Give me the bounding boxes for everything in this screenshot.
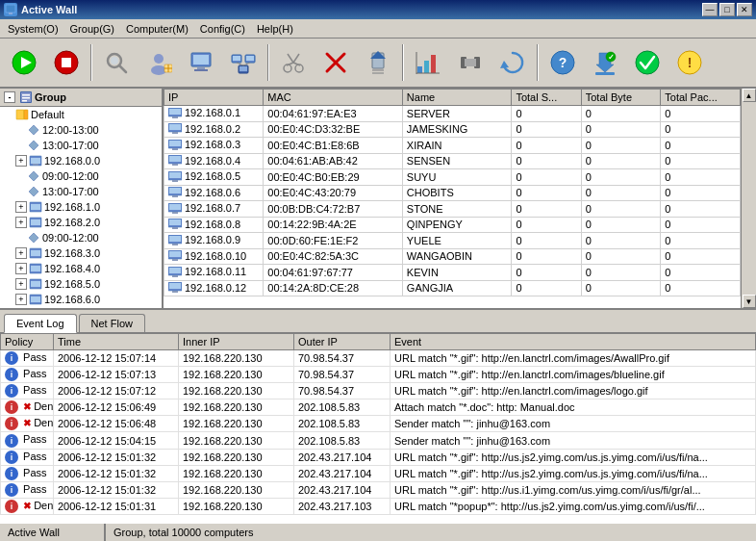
play-button[interactable] [4,42,44,83]
refresh-button[interactable] [492,42,533,83]
tree-label-09-12: 09:00-12:00 [42,170,99,182]
log-col-inner[interactable]: Inner IP [179,334,294,350]
log-row[interactable]: i Pass 2006-12-12 15:04:15 192.168.220.1… [1,432,756,449]
minimize-button[interactable]: — [702,3,718,16]
svg-rect-78 [31,266,40,271]
menu-group[interactable]: Group(G) [64,21,120,37]
computer-table-scroll[interactable]: IP MAC Name Total S... Total Byte Total … [164,89,741,308]
tree-node-192-168-4[interactable]: + 192.168.4.0 [0,261,162,276]
menu-computer[interactable]: Computer(M) [120,21,194,37]
tree-node-192-168-0[interactable]: + 192.168.0.0 [0,153,162,168]
log-row[interactable]: i ✖ Deny 2006-12-12 15:06:49 192.168.220… [1,399,756,416]
cell-event: Sender match "": jinhu@163.com [391,416,756,432]
scrollbar-down[interactable]: ▼ [743,295,756,308]
computer-row[interactable]: 192.168.0.11 00:04:61:97:67:77 KEVIN 0 0… [164,265,741,281]
alert-button[interactable]: ! [669,42,710,83]
computer-row[interactable]: 192.168.0.5 00:E0:4C:B0:EB:29 SUYU 0 0 0 [164,169,741,186]
cell-time: 2006-12-12 15:01:32 [54,449,179,465]
computer-row[interactable]: 192.168.0.1 00:04:61:97:EA:E3 SERVER 0 0… [164,106,741,122]
computer-row[interactable]: 192.168.0.12 00:14:2A:8D:CE:28 GANGJIA 0… [164,280,741,296]
cell-total-s: 0 [512,233,581,249]
computer-row[interactable]: 192.168.0.9 00:0D:60:FE:1E:F2 YUELE 0 0 … [164,233,741,249]
computer-row[interactable]: 192.168.0.7 00:0B:DB:C4:72:B7 STONE 0 0 … [164,201,741,218]
cell-mac: 00:E0:4C:82:5A:3C [264,248,403,265]
tree-toggle-192-168-2[interactable]: + [15,217,27,228]
cell-outer-ip: 202.108.5.83 [294,432,391,449]
scrollbar-up[interactable]: ▲ [743,89,756,102]
col-mac[interactable]: MAC [264,90,403,106]
col-ip[interactable]: IP [164,90,264,106]
log-row[interactable]: i Pass 2006-12-12 15:01:32 192.168.220.1… [1,481,756,498]
svg-rect-1 [9,13,13,14]
tree-root-toggle[interactable]: - [4,91,15,103]
log-row[interactable]: i ✖ Deny 2006-12-12 15:01:31 192.168.220… [1,498,756,514]
log-row[interactable]: i Pass 2006-12-12 15:07:14 192.168.220.1… [1,350,756,367]
cell-total-pac: 0 [661,233,741,249]
tree-node-13-17[interactable]: 13:00-17:00 [0,138,162,153]
log-row[interactable]: i Pass 2006-12-12 15:01:32 192.168.220.1… [1,449,756,465]
menu-config[interactable]: Config(C) [194,21,251,37]
stop-button[interactable] [46,42,87,83]
tree-node-192-168-3[interactable]: + 192.168.3.0 [0,245,162,261]
computer-button[interactable] [181,42,221,83]
log-col-event[interactable]: Event [391,334,756,350]
help-button[interactable]: ? [542,42,583,83]
computer-row[interactable]: 192.168.0.4 00:04:61:AB:AB:42 SENSEN 0 0… [164,153,741,169]
menu-help[interactable]: Help(H) [251,21,299,37]
up-button[interactable] [358,42,398,83]
maximize-button[interactable]: □ [719,3,735,16]
computer-row[interactable]: 192.168.0.10 00:E0:4C:82:5A:3C WANGAOBIN… [164,248,741,265]
log-row[interactable]: i ✖ Deny 2006-12-12 15:06:48 192.168.220… [1,416,756,432]
log-row[interactable]: i Pass 2006-12-12 15:07:12 192.168.220.1… [1,383,756,399]
col-name[interactable]: Name [402,90,512,106]
log-col-time[interactable]: Time [54,334,179,350]
policy-label: ✖ [23,401,31,412]
col-total-byte[interactable]: Total Byte [581,90,661,106]
tree-label-192-168-0: 192.168.0.0 [44,155,100,167]
tree-node-192-168-1[interactable]: + 192.168.1.0 [0,199,162,215]
chart-button[interactable] [408,42,448,83]
tool-button[interactable] [450,42,491,83]
tab-event-log[interactable]: Event Log [4,314,77,333]
cell-mac: 00:E0:4C:43:20:79 [264,185,403,201]
tree-node-192-168-5[interactable]: + 192.168.5.0 [0,276,162,292]
col-total-pac[interactable]: Total Pac... [661,90,741,106]
tree-node-192-168-6[interactable]: + 192.168.6.0 [0,292,162,305]
download-button[interactable]: ✓ [585,42,625,83]
approve-button[interactable] [627,42,668,83]
log-row[interactable]: i Pass 2006-12-12 15:01:32 192.168.220.1… [1,465,756,481]
computer-row[interactable]: 192.168.0.8 00:14:22:9B:4A:2E QINPENGY 0… [164,217,741,233]
computer-row[interactable]: 192.168.0.3 00:E0:4C:B1:E8:6B XIRAIN 0 0… [164,138,741,154]
tree-toggle-192-168-6[interactable]: + [15,294,27,305]
tree-toggle-192-168-3[interactable]: + [15,247,27,259]
log-row[interactable]: i Pass 2006-12-12 15:07:13 192.168.220.1… [1,367,756,383]
tree-node-13-17b[interactable]: 13:00-17:00 [0,184,162,199]
tree-toggle-192-168-5[interactable]: + [15,278,27,290]
cell-total-pac: 0 [661,280,741,296]
svg-rect-112 [172,259,178,261]
group-button[interactable] [223,42,264,83]
cell-total-s: 0 [512,217,581,233]
log-col-outer[interactable]: Outer IP [294,334,391,350]
close-button[interactable]: ✕ [737,3,752,16]
svg-rect-60 [22,100,27,102]
tree-node-192-168-2[interactable]: + 192.168.2.0 [0,215,162,230]
tree-node-default[interactable]: Default [0,107,162,122]
delete-button[interactable] [315,42,356,83]
cut-button[interactable] [273,42,314,83]
tree-node-09-12[interactable]: 09:00-12:00 [0,168,162,184]
tree-toggle-192-168-1[interactable]: + [15,201,27,213]
tree-node-09-12b[interactable]: 09:00-12:00 [0,230,162,245]
tree-node-12-13[interactable]: 12:00-13:00 [0,122,162,138]
user-button[interactable] [139,42,179,83]
tree-toggle-192-168-0[interactable]: + [15,155,27,167]
log-scroll[interactable]: Policy Time Inner IP Outer IP Event i Pa… [0,333,756,522]
tree-toggle-192-168-4[interactable]: + [15,263,27,274]
log-col-policy[interactable]: Policy [1,334,54,350]
search-button[interactable] [96,42,137,83]
computer-row[interactable]: 192.168.0.2 00:E0:4C:D3:32:BE JAMESKING … [164,121,741,138]
col-total-s[interactable]: Total S... [512,90,581,106]
menu-system[interactable]: System(O) [2,21,64,37]
tab-net-flow[interactable]: Net Flow [79,314,145,332]
computer-row[interactable]: 192.168.0.6 00:E0:4C:43:20:79 CHOBITS 0 … [164,185,741,201]
